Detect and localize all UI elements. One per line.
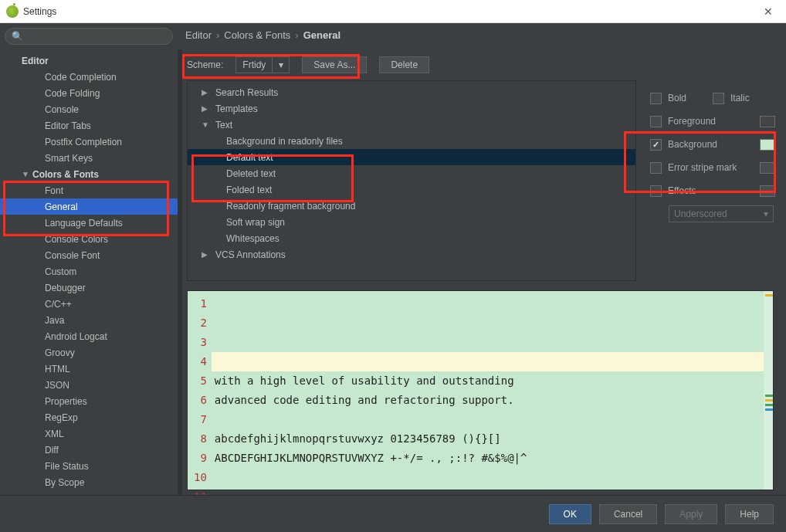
options-item[interactable]: Whitespaces bbox=[188, 230, 635, 246]
tree-item[interactable]: Language Defaults bbox=[0, 215, 178, 231]
tree-item[interactable]: Diff bbox=[0, 442, 178, 458]
save-as-button[interactable]: Save As... bbox=[302, 56, 367, 73]
stripe-mark[interactable] bbox=[765, 404, 773, 406]
chevron-right-icon: ▶ bbox=[202, 88, 211, 97]
search-row: 🔍 bbox=[5, 28, 173, 45]
stripe-mark[interactable] bbox=[765, 395, 773, 397]
bold-checkbox[interactable] bbox=[650, 93, 662, 104]
preview-editor[interactable]: 1234567891011 Android Studio is a full-f… bbox=[187, 290, 774, 490]
effects-swatch[interactable] bbox=[760, 185, 775, 197]
tree-item[interactable]: Code Completion bbox=[0, 69, 178, 85]
breadcrumb: Editor › Colors & Fonts › General bbox=[185, 29, 780, 41]
scheme-row: Scheme: Frtidy ▾ Save As... Delete bbox=[187, 54, 781, 76]
stripe-mark[interactable] bbox=[765, 408, 773, 411]
chevron-right-icon: › bbox=[216, 29, 219, 41]
tree-item[interactable]: Custom bbox=[0, 263, 178, 280]
tree-item[interactable]: Console bbox=[0, 101, 178, 117]
tree-item[interactable]: Android Logcat bbox=[0, 328, 178, 344]
error-stripe-label: Error stripe mark bbox=[668, 162, 737, 173]
tree-item[interactable]: RegExp bbox=[0, 409, 178, 425]
error-stripe-swatch[interactable] bbox=[760, 162, 775, 174]
tree-item[interactable]: Debugger bbox=[0, 280, 178, 296]
options-item[interactable]: Readonly fragment background bbox=[188, 198, 635, 214]
tree-editor[interactable]: Editor bbox=[0, 53, 178, 69]
tree-item[interactable]: Console Colors bbox=[0, 231, 178, 247]
help-button[interactable]: Help bbox=[725, 504, 774, 524]
chevron-down-icon[interactable]: ▾ bbox=[272, 57, 289, 73]
error-stripe[interactable] bbox=[764, 291, 773, 490]
options-group[interactable]: ▶VCS Annotations bbox=[188, 246, 635, 263]
tree-item[interactable]: General bbox=[0, 198, 178, 215]
tree-item[interactable]: Groovy bbox=[0, 344, 178, 361]
caret-line bbox=[212, 352, 773, 371]
preview-code[interactable]: Android Studio is a full-featured IDEwit… bbox=[212, 291, 773, 490]
chevron-down-icon: ▼ bbox=[22, 170, 31, 178]
app-icon bbox=[6, 5, 19, 18]
tree-item[interactable]: XML bbox=[0, 425, 178, 442]
tree-item[interactable]: Smart Keys bbox=[0, 150, 178, 166]
tree-item[interactable]: Code Folding bbox=[0, 85, 178, 101]
italic-row[interactable]: Italic bbox=[713, 86, 775, 110]
options-group[interactable]: ▶Search Results bbox=[188, 84, 635, 100]
code-line: ABCDEFGHIJKLMNOPQRSTUVWXYZ +-*/= ., ;:!?… bbox=[215, 449, 773, 468]
error-stripe-checkbox[interactable] bbox=[650, 162, 662, 174]
settings-tree[interactable]: Editor Code CompletionCode FoldingConsol… bbox=[0, 49, 178, 495]
scheme-value: Frtidy bbox=[236, 59, 272, 70]
tree-item[interactable]: Java bbox=[0, 312, 178, 328]
background-swatch[interactable] bbox=[760, 139, 775, 151]
crumb-colors-fonts[interactable]: Colors & Fonts bbox=[224, 29, 290, 41]
dialog-button-bar: OK Cancel Apply Help bbox=[0, 495, 786, 532]
options-group[interactable]: ▼Text bbox=[188, 117, 635, 133]
title-bar: Settings ✕ bbox=[0, 0, 786, 23]
delete-button[interactable]: Delete bbox=[379, 56, 429, 73]
tree-item[interactable]: HTML bbox=[0, 361, 178, 377]
code-line: abcdefghijklmnopqrstuvwxyz 0123456789 ()… bbox=[215, 429, 773, 449]
italic-checkbox[interactable] bbox=[713, 93, 724, 104]
error-stripe-row[interactable]: Error stripe mark bbox=[650, 156, 775, 179]
options-item[interactable]: Background in readonly files bbox=[188, 133, 635, 149]
background-row[interactable]: Background bbox=[650, 133, 775, 156]
foreground-row[interactable]: Foreground bbox=[650, 110, 775, 133]
background-checkbox[interactable] bbox=[650, 139, 662, 151]
tree-item[interactable]: JSON bbox=[0, 377, 178, 393]
cancel-button[interactable]: Cancel bbox=[599, 504, 657, 524]
tree-item[interactable]: Properties bbox=[0, 393, 178, 409]
options-item[interactable]: Soft wrap sign bbox=[188, 214, 635, 230]
stripe-mark[interactable] bbox=[765, 294, 773, 296]
tree-colors-fonts[interactable]: ▼ Colors & Fonts bbox=[0, 166, 178, 182]
tree-item[interactable]: Font bbox=[0, 182, 178, 198]
tree-item[interactable]: File Status bbox=[0, 458, 178, 474]
code-line bbox=[215, 410, 773, 429]
tree-item[interactable]: Editor Tabs bbox=[0, 117, 178, 134]
effects-checkbox[interactable] bbox=[650, 185, 662, 197]
options-group[interactable]: ▶Templates bbox=[188, 100, 635, 117]
effects-dropdown[interactable]: Underscored ▾ bbox=[669, 205, 774, 222]
options-tree[interactable]: ▶Search Results▶Templates▼TextBackground… bbox=[187, 80, 636, 281]
bold-row[interactable]: Bold bbox=[650, 86, 713, 110]
background-label: Background bbox=[668, 139, 717, 150]
gutter: 1234567891011 bbox=[188, 291, 212, 490]
stripe-mark[interactable] bbox=[765, 399, 773, 402]
foreground-swatch[interactable] bbox=[760, 116, 775, 127]
bold-label: Bold bbox=[668, 93, 686, 103]
tree-item[interactable]: C/C++ bbox=[0, 296, 178, 312]
window-close-button[interactable]: ✕ bbox=[757, 5, 780, 18]
options-item[interactable]: Folded text bbox=[188, 181, 635, 198]
tree-item[interactable]: Postfix Completion bbox=[0, 134, 178, 150]
crumb-editor[interactable]: Editor bbox=[185, 29, 212, 41]
options-item[interactable]: Deleted text bbox=[188, 165, 635, 181]
options-item[interactable]: Default text bbox=[188, 149, 635, 165]
tree-item[interactable]: Console Font bbox=[0, 247, 178, 263]
italic-label: Italic bbox=[730, 93, 750, 103]
tree-item[interactable]: By Scope bbox=[0, 474, 178, 490]
search-box[interactable]: 🔍 bbox=[5, 28, 173, 45]
scheme-dropdown[interactable]: Frtidy ▾ bbox=[235, 56, 290, 73]
search-input[interactable] bbox=[26, 31, 166, 42]
foreground-checkbox[interactable] bbox=[650, 116, 662, 127]
scheme-label: Scheme: bbox=[187, 59, 223, 70]
effects-label: Effects bbox=[668, 185, 696, 196]
ok-button[interactable]: OK bbox=[549, 504, 591, 524]
apply-button[interactable]: Apply bbox=[665, 504, 717, 524]
chevron-right-icon: › bbox=[295, 29, 298, 41]
effects-row[interactable]: Effects bbox=[650, 179, 775, 202]
